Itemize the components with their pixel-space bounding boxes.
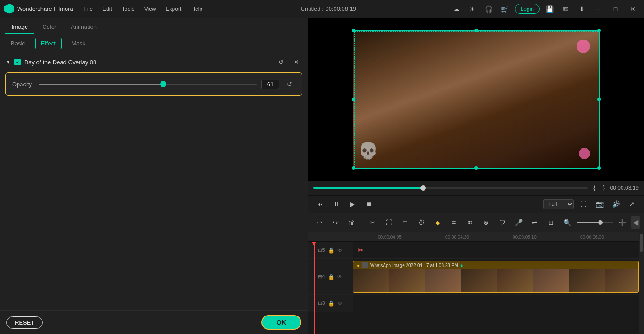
- overlay-button[interactable]: ◻: [398, 216, 412, 229]
- close-button[interactable]: ✕: [626, 2, 640, 16]
- progress-track[interactable]: [313, 187, 588, 189]
- mic-icon[interactable]: 🎤: [512, 216, 525, 229]
- timeline-body: 00:00:04:05 00:00:04:20 00:00:05:10 00:0…: [308, 232, 644, 334]
- track-row-4: ⊞4 🔒 👁 ★ WhatsApp Image 2022-04-17 at 1: [308, 259, 639, 295]
- reset-effect-icon[interactable]: ↺: [275, 56, 287, 68]
- tab-basic[interactable]: Basic: [5, 38, 31, 49]
- ruler-mark-1: 00:00:04:20: [445, 235, 469, 240]
- menu-help[interactable]: Help: [187, 4, 207, 14]
- mail-icon[interactable]: ✉: [559, 3, 572, 15]
- stop-button[interactable]: ⏹: [362, 197, 376, 211]
- menu-export[interactable]: Export: [161, 4, 186, 14]
- panel-toggle[interactable]: ◀: [631, 216, 640, 229]
- timer-button[interactable]: ⏱: [415, 216, 428, 229]
- menu-file[interactable]: File: [80, 4, 97, 14]
- keyframe-button[interactable]: ◆: [431, 216, 444, 229]
- split-icon[interactable]: ⊡: [544, 216, 558, 229]
- transition-icon[interactable]: ⇌: [528, 216, 541, 229]
- handle-bottom-right[interactable]: [597, 166, 601, 170]
- opacity-slider[interactable]: [39, 84, 257, 85]
- minimize-button[interactable]: ─: [592, 2, 605, 16]
- fullscreen-icon[interactable]: ⛶: [577, 197, 590, 211]
- screenshot-icon[interactable]: 📷: [593, 197, 606, 211]
- bracket-out[interactable]: }: [601, 183, 607, 192]
- track5-lock-icon[interactable]: 🔒: [328, 247, 335, 254]
- controls-bar: ⏮ ⏸ ▶ ⏹ Full 1/2 1/4 1/8 ⛶ 📷 🔊 ⤢: [308, 195, 644, 213]
- reset-button[interactable]: RESET: [6, 316, 43, 329]
- left-panel: Image Color Animation Basic Effect Mask …: [0, 18, 308, 334]
- zoom-in-icon[interactable]: ➕: [615, 216, 629, 229]
- volume-icon[interactable]: 🔊: [609, 197, 622, 211]
- video-frame: 💀: [353, 31, 599, 168]
- track4-lock-icon[interactable]: 🔒: [328, 274, 335, 280]
- handle-top-left[interactable]: [352, 29, 355, 32]
- tab-mask[interactable]: Mask: [66, 38, 91, 49]
- clip-title: WhatsApp Image 2022-04-17 at 1.08.28 PM: [370, 263, 458, 268]
- clip-thumb-3: [461, 269, 497, 292]
- handle-bottom-left[interactable]: [352, 166, 355, 170]
- redo-button[interactable]: ↪: [329, 216, 342, 229]
- tab-animation[interactable]: Animation: [64, 21, 103, 34]
- opacity-value-input[interactable]: 61: [261, 80, 279, 89]
- track-label-3: ⊞3 🔒 👁: [308, 295, 353, 312]
- crop-button[interactable]: ⛶: [382, 216, 396, 229]
- clip-thumb-0: [353, 269, 389, 292]
- track5-number: ⊞5: [318, 247, 325, 253]
- bracket-in[interactable]: {: [591, 183, 597, 192]
- track4-content[interactable]: ★ WhatsApp Image 2022-04-17 at 1.08.28 P…: [353, 259, 639, 294]
- headset-icon[interactable]: 🎧: [483, 3, 495, 15]
- skip-back-button[interactable]: ⏮: [313, 197, 327, 211]
- bottom-buttons: RESET OK: [0, 310, 308, 334]
- zoom-slider[interactable]: [577, 222, 613, 223]
- delete-button[interactable]: 🗑: [345, 216, 358, 229]
- quality-select[interactable]: Full 1/2 1/4 1/8: [543, 199, 574, 209]
- expand-icon[interactable]: ⤢: [625, 197, 639, 211]
- track5-eye-icon[interactable]: 👁: [337, 247, 343, 254]
- tab-image[interactable]: Image: [5, 21, 34, 34]
- cart-icon[interactable]: 🛒: [499, 3, 511, 15]
- timeline-area: ↩ ↪ 🗑 ✂ ⛶ ◻ ⏱ ◆ ≡ ≋ ⊚ 🛡 🎤 ⇌ ⊡ 🔍: [308, 213, 644, 334]
- reset-opacity-button[interactable]: ↺: [284, 78, 295, 90]
- scrollbar-thumb[interactable]: [640, 234, 643, 252]
- handle-mid-left[interactable]: [352, 98, 355, 101]
- video-clip[interactable]: ★ WhatsApp Image 2022-04-17 at 1.08.28 P…: [353, 261, 639, 293]
- menu-tools[interactable]: Tools: [117, 4, 139, 14]
- handle-bottom-mid[interactable]: [474, 166, 478, 170]
- handle-top-right[interactable]: [597, 29, 601, 32]
- zoom-out-icon[interactable]: 🔍: [560, 216, 574, 229]
- menu-view[interactable]: View: [140, 4, 161, 14]
- play-pause-button[interactable]: ⏸: [330, 197, 343, 211]
- handle-top-mid[interactable]: [474, 29, 478, 32]
- collapse-arrow-icon[interactable]: ▼: [5, 59, 11, 65]
- maximize-button[interactable]: □: [609, 2, 622, 16]
- track-label-4: ⊞4 🔒 👁: [308, 259, 353, 294]
- cut-button[interactable]: ✂: [366, 216, 380, 229]
- delete-effect-icon[interactable]: ✕: [291, 56, 302, 68]
- shield-icon[interactable]: 🛡: [496, 216, 509, 229]
- waveform-button[interactable]: ≋: [463, 216, 477, 229]
- track3-eye-icon[interactable]: 👁: [337, 300, 343, 307]
- app-name: Wondershare Filmora: [17, 5, 73, 12]
- audio-button[interactable]: ≡: [447, 216, 461, 229]
- track4-eye-icon[interactable]: 👁: [337, 274, 343, 280]
- effect-checkbox[interactable]: ✓: [14, 59, 21, 65]
- app-logo: Wondershare Filmora: [4, 4, 73, 14]
- tab-color[interactable]: Color: [36, 21, 63, 34]
- menu-bar: File Edit Tools View Export Help: [80, 4, 207, 14]
- ripple-icon[interactable]: ⊚: [479, 216, 493, 229]
- ok-button[interactable]: OK: [261, 315, 301, 330]
- cloud-icon[interactable]: ☁: [450, 3, 463, 15]
- play-button[interactable]: ▶: [346, 197, 359, 211]
- handle-mid-right[interactable]: [597, 98, 601, 101]
- track3-lock-icon[interactable]: 🔒: [328, 300, 335, 307]
- login-button[interactable]: Login: [515, 4, 540, 14]
- preview-video: 💀: [353, 30, 600, 169]
- menu-edit[interactable]: Edit: [98, 4, 116, 14]
- undo-button[interactable]: ↩: [313, 216, 326, 229]
- tab-effect[interactable]: Effect: [35, 38, 62, 49]
- sun-icon[interactable]: ☀: [466, 3, 479, 15]
- vertical-scrollbar[interactable]: [639, 232, 644, 334]
- download-icon[interactable]: ⬇: [576, 3, 588, 15]
- right-panel: 💀 { }: [308, 18, 644, 334]
- save-icon[interactable]: 💾: [543, 3, 556, 15]
